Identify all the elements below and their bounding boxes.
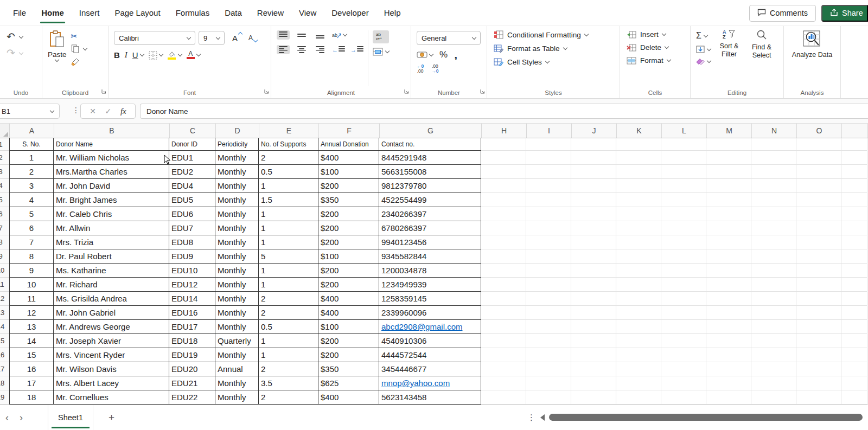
cell-C12[interactable]: EDU14 xyxy=(169,292,215,306)
cell-P13[interactable] xyxy=(841,306,867,320)
cell-B11[interactable]: Mr. Richard xyxy=(54,278,169,292)
row-header-7[interactable]: 7 xyxy=(0,221,10,235)
decrease-indent-button[interactable]: ← xyxy=(332,46,345,53)
cell-styles-button[interactable]: Cell Styles xyxy=(494,57,620,66)
merge-center-button[interactable] xyxy=(373,48,389,56)
cell-I12[interactable] xyxy=(526,292,571,306)
cell-N7[interactable] xyxy=(751,221,796,235)
cell-B4[interactable]: Mr. John David xyxy=(54,179,169,193)
menu-tab-review[interactable]: Review xyxy=(250,0,291,25)
chevron-down-icon[interactable] xyxy=(707,46,711,50)
column-header-H[interactable]: H xyxy=(482,124,527,138)
cell-B9[interactable]: Dr. Paul Robert xyxy=(54,249,169,264)
column-header-K[interactable]: K xyxy=(617,124,662,138)
cell-P15[interactable] xyxy=(841,334,867,348)
cell-H16[interactable] xyxy=(481,348,526,362)
row-header-3[interactable]: 3 xyxy=(0,165,10,179)
cell-C1[interactable]: Donor ID xyxy=(169,138,215,151)
cell-H10[interactable] xyxy=(481,264,526,278)
cell-J14[interactable] xyxy=(571,320,616,334)
cell-M6[interactable] xyxy=(706,207,751,221)
menu-tab-data[interactable]: Data xyxy=(217,0,250,25)
column-header-N[interactable]: N xyxy=(752,124,797,138)
row-header-5[interactable]: 5 xyxy=(0,193,10,207)
align-right-button[interactable] xyxy=(314,45,327,54)
cell-D5[interactable]: Monthly xyxy=(215,193,259,207)
cell-P7[interactable] xyxy=(841,221,867,235)
cell-A16[interactable]: 15 xyxy=(9,348,54,362)
row-header-1[interactable]: 1 xyxy=(0,138,10,151)
cell-O6[interactable] xyxy=(796,207,841,221)
cell-M16[interactable] xyxy=(706,348,751,362)
hyperlink[interactable]: abcd2908@gmail.com xyxy=(381,322,462,331)
cell-O19[interactable] xyxy=(796,390,841,405)
column-header-A[interactable]: A xyxy=(10,124,54,138)
cell-I19[interactable] xyxy=(526,390,571,405)
align-top-button[interactable] xyxy=(277,30,290,40)
cell-F14[interactable]: $100 xyxy=(318,320,379,334)
cell-L3[interactable] xyxy=(661,165,706,179)
cell-P2[interactable] xyxy=(841,151,867,165)
cell-C11[interactable]: EDU12 xyxy=(169,278,215,292)
cell-H18[interactable] xyxy=(481,376,526,390)
cell-P8[interactable] xyxy=(841,235,867,249)
cell-D8[interactable]: Monthly xyxy=(215,235,259,249)
cell-J13[interactable] xyxy=(571,306,616,320)
cell-G15[interactable]: 4540910306 xyxy=(379,334,481,348)
cell-B12[interactable]: Ms. Grisilda Andrea xyxy=(54,292,169,306)
accounting-format-button[interactable] xyxy=(417,51,433,59)
cell-E11[interactable]: 1 xyxy=(259,278,318,292)
cell-L5[interactable] xyxy=(661,193,706,207)
cell-E16[interactable]: 1 xyxy=(259,348,318,362)
cell-O16[interactable] xyxy=(796,348,841,362)
cell-B18[interactable]: Mrs. Albert Lacey xyxy=(54,376,169,390)
cell-F19[interactable]: $400 xyxy=(318,390,379,405)
cell-D14[interactable]: Monthly xyxy=(215,320,259,334)
cell-F13[interactable]: $400 xyxy=(318,306,379,320)
sheet-bar-grip-icon[interactable]: ⋮ xyxy=(527,413,535,422)
chevron-down-icon[interactable] xyxy=(707,58,711,62)
cell-J7[interactable] xyxy=(571,221,616,235)
cell-I4[interactable] xyxy=(526,179,571,193)
fill-button[interactable] xyxy=(696,46,711,53)
cell-H4[interactable] xyxy=(481,179,526,193)
cell-A2[interactable]: 1 xyxy=(9,151,54,165)
cell-H19[interactable] xyxy=(481,390,526,405)
cell-K8[interactable] xyxy=(616,235,661,249)
prev-sheet-icon[interactable]: ‹ xyxy=(0,412,14,423)
cell-E2[interactable]: 2 xyxy=(259,151,318,165)
cell-J10[interactable] xyxy=(571,264,616,278)
cell-E10[interactable]: 1 xyxy=(259,264,318,278)
cell-J2[interactable] xyxy=(571,151,616,165)
row-header-15[interactable]: 15 xyxy=(0,334,10,348)
chevron-down-icon[interactable] xyxy=(704,33,708,37)
cell-L11[interactable] xyxy=(661,278,706,292)
cell-O12[interactable] xyxy=(796,292,841,306)
cell-K10[interactable] xyxy=(616,264,661,278)
cell-A17[interactable]: 16 xyxy=(9,362,54,376)
cell-K4[interactable] xyxy=(616,179,661,193)
cell-B2[interactable]: Mr. William Nicholas xyxy=(54,151,169,165)
format-as-table-button[interactable]: Format as Table xyxy=(494,44,620,53)
menu-tab-file[interactable]: File xyxy=(5,0,34,25)
cell-G8[interactable]: 9940123456 xyxy=(379,235,481,249)
cell-P3[interactable] xyxy=(841,165,867,179)
cell-C3[interactable]: EDU2 xyxy=(169,165,215,179)
cell-G13[interactable]: 2339960096 xyxy=(379,306,481,320)
cell-F15[interactable]: $200 xyxy=(318,334,379,348)
cell-L10[interactable] xyxy=(661,264,706,278)
cell-J9[interactable] xyxy=(571,249,616,264)
row-header-2[interactable]: 2 xyxy=(0,151,10,165)
cell-K12[interactable] xyxy=(616,292,661,306)
cell-G12[interactable]: 1258359145 xyxy=(379,292,481,306)
row-header-16[interactable]: 16 xyxy=(0,348,10,362)
cell-F7[interactable]: $200 xyxy=(318,221,379,235)
cell-K16[interactable] xyxy=(616,348,661,362)
row-header-6[interactable]: 6 xyxy=(0,207,10,221)
cell-M18[interactable] xyxy=(706,376,751,390)
cell-M7[interactable] xyxy=(706,221,751,235)
cell-D16[interactable]: Monthly xyxy=(215,348,259,362)
cell-C5[interactable]: EDU5 xyxy=(169,193,215,207)
cell-P19[interactable] xyxy=(841,390,867,405)
cell-F16[interactable]: $200 xyxy=(318,348,379,362)
